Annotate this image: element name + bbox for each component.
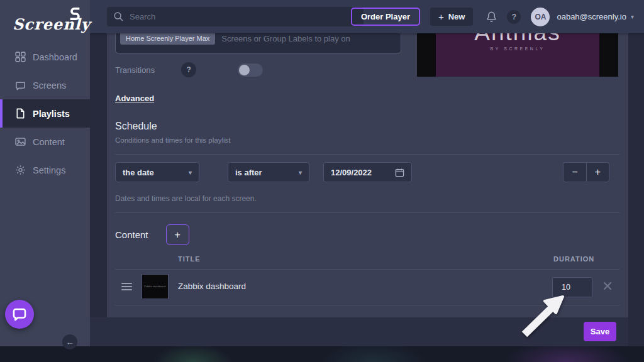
screen-tag[interactable]: Home Screenly Player Max	[120, 33, 215, 45]
condition-operator-value: is after	[235, 168, 262, 177]
sidebar-item-screens[interactable]: Screens	[0, 71, 90, 99]
content-header-row: Content +	[115, 224, 189, 245]
sidebar-item-label: Content	[33, 137, 65, 147]
condition-stepper: − +	[563, 162, 609, 182]
close-icon	[602, 281, 613, 291]
screenly-logo[interactable]: Screenly	[10, 5, 86, 38]
search-bar	[107, 7, 364, 26]
schedule-note: Dates and times are local for each scree…	[115, 194, 257, 203]
chevron-down-icon: ▾	[299, 169, 302, 176]
add-content-button[interactable]: +	[166, 224, 189, 245]
sidebar-item-content[interactable]: Content	[0, 128, 90, 156]
new-button-label: New	[448, 12, 465, 21]
remove-item-button[interactable]	[602, 281, 614, 292]
sidebar-item-label: Screens	[33, 80, 66, 90]
condition-field-value: the date	[123, 168, 154, 177]
back-button[interactable]: ←	[62, 334, 77, 349]
calendar-icon	[395, 168, 404, 177]
transitions-row: Transitions ?	[115, 61, 196, 79]
preview-artwork: Anthias BY SCREENLY	[436, 33, 599, 77]
sidebar-item-playlists[interactable]: Playlists	[0, 99, 90, 128]
content-item-title: Zabbix dashboard	[178, 282, 246, 291]
transitions-help-button[interactable]: ?	[181, 62, 196, 77]
chevron-down-icon: ▾	[189, 169, 192, 176]
column-header-duration: DURATION	[553, 255, 594, 263]
dashboard-icon	[15, 52, 26, 62]
toggle-knob	[239, 65, 250, 75]
screens-input[interactable]: Home Screenly Player Max Screens or Grou…	[115, 33, 401, 53]
topbar-actions: Order Player + New ? OA oabah@screenly.i…	[351, 0, 634, 33]
schedule-condition-row: the date ▾ is after ▾ 12/09/2022 − +	[115, 162, 619, 182]
settings-icon	[15, 165, 26, 175]
chevron-down-icon[interactable]: ▾	[631, 13, 634, 20]
new-button[interactable]: + New	[430, 8, 474, 26]
sidebar-item-label: Playlists	[33, 109, 70, 119]
column-header-title: TITLE	[178, 255, 201, 263]
content-heading: Content	[115, 229, 148, 240]
schedule-heading: Schedule	[115, 121, 157, 132]
chat-bubble-icon	[12, 307, 27, 322]
screenly-s-icon	[68, 6, 82, 24]
chat-support-button[interactable]	[5, 300, 34, 329]
remove-condition-button[interactable]: −	[563, 162, 586, 182]
screens-icon	[15, 80, 26, 90]
screenly-app: Screenly Dashboard Screens Playlists Con…	[0, 0, 644, 362]
condition-date-value: 12/09/2022	[331, 168, 372, 177]
plus-icon: +	[438, 11, 444, 22]
transitions-toggle[interactable]	[238, 63, 263, 77]
screens-placeholder: Screens or Group Labels to play on	[221, 34, 350, 43]
sidebar-nav: Dashboard Screens Playlists Content Sett…	[0, 43, 90, 184]
drag-handle-icon[interactable]	[121, 283, 132, 292]
divider	[115, 154, 619, 155]
search-icon	[113, 11, 124, 22]
left-arrow-icon: ←	[66, 337, 74, 347]
annotation-arrow-icon	[516, 288, 569, 338]
divider	[115, 212, 619, 213]
condition-date-input[interactable]: 12/09/2022	[323, 162, 412, 182]
condition-operator-select[interactable]: is after ▾	[228, 162, 309, 182]
preview-title: Anthias	[436, 33, 599, 45]
search-input[interactable]	[130, 12, 357, 21]
add-condition-button[interactable]: +	[586, 162, 609, 182]
sidebar-item-dashboard[interactable]: Dashboard	[0, 43, 90, 71]
page-background-strip	[0, 346, 644, 362]
notifications-button[interactable]	[486, 11, 497, 23]
save-button[interactable]: Save	[584, 322, 616, 341]
playlist-editor-panel: Home Screenly Player Max Screens or Grou…	[107, 33, 628, 317]
topbar: Order Player + New ? OA oabah@screenly.i…	[90, 0, 644, 33]
condition-field-select[interactable]: the date ▾	[115, 162, 199, 182]
account-email: oabah@screenly.io	[557, 12, 626, 21]
sidebar-item-settings[interactable]: Settings	[0, 156, 90, 184]
advanced-link[interactable]: Advanced	[115, 94, 154, 103]
transitions-label: Transitions	[115, 65, 155, 75]
sidebar-item-label: Settings	[33, 165, 65, 175]
playlist-preview-image: Anthias BY SCREENLY	[417, 33, 618, 77]
order-player-button[interactable]: Order Player	[351, 8, 420, 26]
sidebar-item-label: Dashboard	[33, 52, 77, 62]
bell-icon	[486, 11, 497, 23]
help-button[interactable]: ?	[507, 10, 521, 24]
playlists-icon	[15, 108, 26, 119]
content-thumbnail: Zabbix dashboard	[142, 274, 169, 299]
thumbnail-caption: Zabbix dashboard	[144, 285, 165, 288]
preview-subtitle: BY SCREENLY	[436, 47, 599, 51]
schedule-subtitle: Conditions and times for this playlist	[115, 136, 230, 144]
content-icon	[15, 136, 26, 147]
avatar[interactable]: OA	[531, 8, 550, 26]
